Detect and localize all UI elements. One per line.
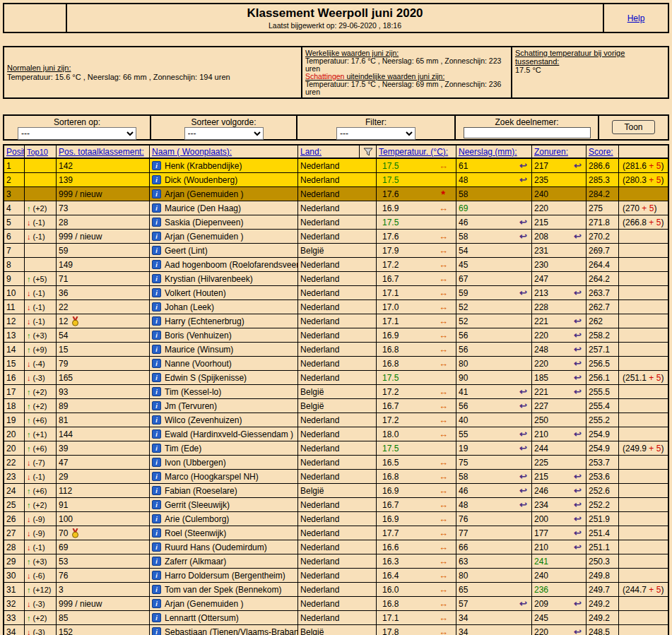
participant-info-icon[interactable]: i: [152, 444, 161, 453]
overall-rank-value: 89: [59, 401, 68, 411]
rain-value: 56: [459, 331, 468, 340]
participant-info-icon[interactable]: i: [152, 429, 161, 439]
score-value: 262.7: [589, 302, 610, 312]
position-value: 6: [6, 232, 11, 242]
table-body: 1142iHenk (Krabbendijke)Nederland17.5↔61…: [4, 158, 668, 635]
participant-info-icon[interactable]: i: [152, 331, 161, 340]
search-input[interactable]: [464, 127, 591, 138]
position-cell: 5: [4, 215, 24, 229]
temperature-value: 17.5: [379, 175, 399, 185]
help-link[interactable]: Help: [627, 13, 645, 23]
participant-info-icon[interactable]: i: [152, 274, 161, 283]
temperature-cell: 17.5: [376, 441, 456, 455]
participant-info-icon[interactable]: i: [152, 486, 161, 495]
participant-info-icon[interactable]: i: [152, 218, 161, 227]
header-total-rank-link[interactable]: Pos. totaalklassement:: [59, 147, 144, 157]
participant-info-icon[interactable]: i: [152, 627, 161, 635]
rain-value: 52: [459, 316, 468, 326]
participant-info-icon[interactable]: i: [152, 161, 161, 170]
header-sun-link[interactable]: Zonuren:: [534, 147, 568, 157]
header-rain-link[interactable]: Neerslag (mm):: [459, 147, 517, 157]
header-score-link[interactable]: Score:: [589, 147, 613, 157]
rain-revised-icon: ↩: [519, 598, 527, 609]
country-cell: Nederland: [297, 413, 376, 427]
participant-info-icon[interactable]: i: [152, 288, 161, 297]
participant-info-icon[interactable]: i: [152, 458, 161, 467]
header-name-link[interactable]: Naam ( Woonplaats):: [152, 147, 232, 157]
country-filter-icon[interactable]: [359, 146, 376, 158]
rain-cell: 80: [456, 569, 531, 582]
score-cell: 254.9: [586, 441, 618, 455]
header-top10-link[interactable]: Top10: [27, 148, 48, 156]
header-position-link[interactable]: Positie:: [6, 147, 24, 157]
score-value: 251.4: [589, 528, 610, 538]
temp-change-icon: ↔: [439, 429, 448, 439]
bonus-cell: [618, 526, 668, 540]
show-button[interactable]: Toon: [612, 120, 654, 134]
score-cell: 256.1: [586, 371, 618, 384]
header-total-rank-cell: Pos. totaalklassement:: [56, 146, 149, 158]
overall-rank-cell: 73: [56, 201, 149, 215]
participant-info-icon[interactable]: i: [152, 359, 161, 368]
rank-change-cell: ↓(-1): [24, 300, 56, 314]
score-cell: 256.5: [586, 357, 618, 370]
score-breakdown: (280.3 + 5): [623, 175, 664, 185]
participant-info-icon[interactable]: i: [152, 528, 161, 538]
rank-change-cell: ↓(-7): [24, 456, 56, 469]
temp-change-icon: ↔: [439, 287, 448, 298]
bonus-cell: [618, 540, 668, 554]
ranking-row: 14↑(+9)15iMaurice (Winsum)Nederland16.8↔…: [4, 342, 668, 356]
bonus-cell: [618, 456, 668, 469]
sort-select[interactable]: ---: [18, 127, 136, 140]
participant-info-icon[interactable]: i: [152, 472, 161, 481]
sun-cell: 227: [531, 399, 586, 413]
rain-revised-icon: ↩: [519, 429, 527, 439]
participant-info-icon[interactable]: i: [152, 514, 161, 523]
participant-info-icon[interactable]: i: [152, 246, 161, 255]
overall-rank-value: 76: [59, 571, 68, 581]
participant-info-icon[interactable]: i: [152, 500, 161, 509]
participant-info-icon[interactable]: i: [152, 175, 161, 184]
participant-info-icon[interactable]: i: [152, 557, 161, 566]
participant-name: Volkert (Houten): [165, 288, 226, 298]
participant-info-icon[interactable]: i: [152, 613, 161, 622]
temperature-value: 17.5: [379, 373, 399, 383]
participant-info-icon[interactable]: i: [152, 189, 161, 198]
score-breakdown: (266.8 + 5): [623, 218, 664, 227]
header-country-link[interactable]: Land:: [298, 147, 359, 157]
participant-info-icon[interactable]: i: [152, 571, 161, 580]
temperature-value: 17.7: [379, 528, 399, 538]
overall-rank-cell: 36: [56, 286, 149, 299]
header-rain-cell: Neerslag (mm):: [456, 146, 531, 158]
search-label: Zoek deelnemer:: [495, 117, 558, 127]
rain-revised-icon: ↩: [519, 471, 527, 482]
temperature-value: 17.5: [379, 218, 399, 227]
filter-select[interactable]: ---: [336, 127, 415, 140]
header-temperature-link[interactable]: Temperatuur. (°C):: [379, 147, 448, 157]
participant-info-icon[interactable]: i: [152, 302, 161, 311]
country-label: België: [300, 387, 324, 397]
position-cell: 15: [4, 357, 24, 370]
participant-info-icon[interactable]: i: [152, 585, 161, 594]
participant-info-icon[interactable]: i: [152, 387, 161, 396]
participant-info-icon[interactable]: i: [152, 260, 161, 269]
participant-info-icon[interactable]: i: [152, 401, 161, 410]
participant-name: Fabian (Roeselare): [165, 486, 237, 496]
overall-rank-value: 149: [59, 260, 73, 270]
country-label: Nederland: [300, 288, 339, 298]
participant-info-icon[interactable]: i: [152, 316, 161, 326]
participant-info-icon[interactable]: i: [152, 542, 161, 552]
sort-order-select[interactable]: ---: [184, 127, 264, 140]
name-cell: iFabian (Roeselare): [149, 484, 297, 497]
participant-info-icon[interactable]: i: [152, 232, 161, 241]
participant-info-icon[interactable]: i: [152, 203, 161, 213]
name-cell: iLennartt (Ottersum): [149, 611, 297, 624]
participant-info-icon[interactable]: i: [152, 599, 161, 608]
participant-info-icon[interactable]: i: [152, 345, 161, 354]
temperature-cell: 16.8↔: [376, 343, 456, 356]
participant-info-icon[interactable]: i: [152, 373, 161, 382]
score-breakdown: (270 + 5): [623, 203, 656, 213]
sun-cell: 231: [531, 244, 586, 257]
position-value: 20: [6, 429, 16, 439]
participant-info-icon[interactable]: i: [152, 415, 161, 425]
